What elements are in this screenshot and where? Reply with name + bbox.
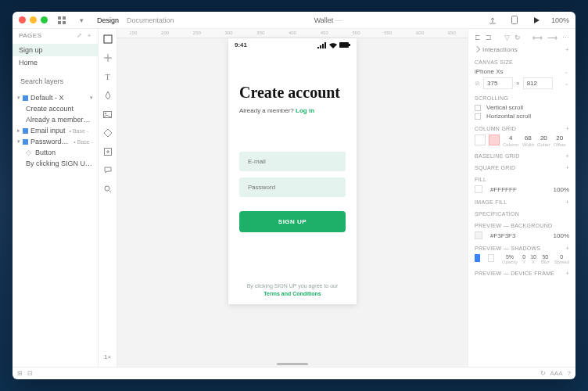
inspector: ⊏⊐ ▽↻ ⟷⟶⋯ Interactions+ CANVAS SIZE iPho… bbox=[468, 29, 575, 367]
grid-icon[interactable] bbox=[56, 15, 67, 26]
expand-icon[interactable]: ⤢ bbox=[77, 32, 83, 39]
main: PAGES ⤢ + Sign up Home ▾Default - X▾ Cre… bbox=[13, 29, 575, 367]
tool-comment[interactable] bbox=[102, 165, 113, 176]
maximize-dot[interactable] bbox=[41, 16, 48, 23]
preview-shadow-label: PREVIEW — SHADOWS+ bbox=[475, 246, 569, 251]
signup-button[interactable]: SIGN UP bbox=[239, 211, 346, 232]
layer-password-input[interactable]: ▾Password in...• Base - bbox=[13, 136, 98, 147]
footer-help-icon[interactable]: ? bbox=[568, 370, 571, 377]
tool-scale[interactable]: 1× bbox=[102, 351, 113, 362]
layer-button[interactable]: ◇Button bbox=[13, 147, 98, 158]
svg-rect-15 bbox=[349, 44, 350, 46]
tab-design[interactable]: Design bbox=[97, 16, 119, 24]
tab-documentation[interactable]: Documentation bbox=[127, 16, 174, 24]
phone-artboard[interactable]: 9:41 Create account Already a member? Lo… bbox=[228, 38, 357, 304]
shadow-toggle[interactable] bbox=[488, 254, 493, 262]
fill-hex[interactable]: #FFFFFF bbox=[490, 186, 517, 193]
preview-bg-hex[interactable]: #F3F3F3 bbox=[490, 232, 515, 239]
terms-link[interactable]: Terms and Conditions bbox=[264, 291, 321, 296]
canvas[interactable]: 150200250300350400450500550600650 9:41 C… bbox=[117, 29, 468, 367]
preview-bg-swatch[interactable] bbox=[475, 231, 482, 239]
interactions-header[interactable]: Interactions+ bbox=[475, 46, 569, 53]
layer-email-input[interactable]: ▸Email input• Base - bbox=[13, 125, 98, 136]
tool-search[interactable] bbox=[102, 184, 113, 195]
canvas-height[interactable] bbox=[523, 77, 553, 89]
minimize-dot[interactable] bbox=[30, 16, 37, 23]
footer-sync-icon[interactable]: ↻ bbox=[540, 370, 546, 377]
heading: Create account bbox=[239, 84, 346, 101]
layer-already-member[interactable]: Already a member? ... bbox=[13, 114, 98, 125]
flip-v-icon[interactable]: ⟶ bbox=[547, 34, 558, 41]
square-grid-label[interactable]: SQUARE GRID+ bbox=[475, 165, 569, 170]
baseline-grid-label[interactable]: BASELINE GRID+ bbox=[475, 153, 569, 159]
svg-rect-2 bbox=[58, 21, 61, 24]
ruler: 150200250300350400450500550600650 bbox=[117, 29, 468, 38]
left-sidebar: PAGES ⤢ + Sign up Home ▾Default - X▾ Cre… bbox=[13, 29, 99, 367]
email-field[interactable] bbox=[239, 152, 346, 171]
tool-add[interactable] bbox=[102, 146, 113, 157]
search-layers-input[interactable] bbox=[17, 75, 93, 88]
footer-icon-2[interactable]: ⊡ bbox=[27, 370, 33, 377]
layers-tree: ▾Default - X▾ Create account Already a m… bbox=[13, 92, 98, 169]
lock-icon[interactable]: ⊘ bbox=[475, 80, 480, 87]
preview-bg-opacity[interactable]: 100% bbox=[554, 232, 569, 239]
pages-list: Sign up Home bbox=[13, 42, 98, 70]
layer-default-x[interactable]: ▾Default - X▾ bbox=[13, 92, 98, 103]
preview-device-label[interactable]: PREVIEW — DEVICE FRAME+ bbox=[475, 271, 569, 276]
grid-toggle-icon[interactable] bbox=[475, 135, 486, 145]
shadow-swatch[interactable] bbox=[475, 254, 480, 262]
column-grid-label: COLUMN GRID+ bbox=[475, 126, 569, 131]
tool-move[interactable] bbox=[102, 52, 113, 63]
password-field[interactable] bbox=[239, 178, 346, 197]
tool-image[interactable] bbox=[102, 109, 113, 120]
align-left-icon[interactable]: ⊏ bbox=[475, 34, 481, 41]
image-fill-label[interactable]: IMAGE FILL+ bbox=[475, 199, 569, 205]
more-icon[interactable]: ⋯ bbox=[562, 34, 569, 41]
fill-swatch[interactable] bbox=[475, 185, 482, 193]
page-home[interactable]: Home bbox=[13, 56, 98, 69]
specification-label[interactable]: SPECIFICATION bbox=[475, 211, 569, 217]
wifi-icon bbox=[329, 42, 337, 48]
svg-rect-1 bbox=[63, 16, 66, 20]
footer: ⊞⊡ ↻AAA? bbox=[13, 367, 575, 379]
toolbar: T 1× bbox=[99, 29, 117, 367]
play-icon[interactable] bbox=[531, 15, 542, 26]
hscroll-checkbox[interactable] bbox=[475, 113, 481, 120]
tool-pen[interactable] bbox=[102, 90, 113, 101]
chevron-down-icon[interactable]: ▾ bbox=[76, 15, 87, 26]
grid-preview-icon[interactable] bbox=[489, 135, 500, 145]
layer-create-account[interactable]: Create account bbox=[13, 103, 98, 114]
layer-terms-text[interactable]: By clicking SIGN UP ... bbox=[13, 158, 98, 169]
flip-h-icon[interactable]: ⟷ bbox=[532, 34, 543, 41]
add-page-icon[interactable]: + bbox=[88, 32, 91, 39]
login-link[interactable]: Log in bbox=[296, 107, 314, 114]
footer-icon-1[interactable]: ⊞ bbox=[17, 370, 23, 377]
filter-icon[interactable]: ▽ bbox=[504, 34, 510, 41]
fill-opacity[interactable]: 100% bbox=[554, 186, 569, 193]
tool-text[interactable]: T bbox=[102, 71, 113, 82]
scroll-indicator bbox=[277, 363, 308, 365]
footer-aaa: AAA bbox=[550, 370, 563, 377]
zoom-level[interactable]: 100% bbox=[551, 16, 569, 24]
traffic-lights bbox=[19, 16, 48, 23]
svg-rect-13 bbox=[324, 42, 326, 48]
vscroll-checkbox[interactable] bbox=[475, 105, 481, 111]
app-window: ▾ Design Documentation Wallet — 100% PAG… bbox=[13, 12, 575, 379]
page-signup[interactable]: Sign up bbox=[13, 44, 98, 56]
svg-point-7 bbox=[105, 113, 106, 114]
svg-rect-12 bbox=[322, 44, 324, 48]
upload-icon[interactable] bbox=[487, 15, 498, 26]
svg-rect-5 bbox=[104, 35, 112, 43]
mode-tabs: Design Documentation bbox=[97, 16, 174, 24]
device-select[interactable]: iPhone Xs bbox=[475, 68, 503, 75]
canvas-width[interactable] bbox=[483, 77, 513, 89]
close-dot[interactable] bbox=[19, 16, 26, 23]
rotate-icon[interactable]: ↻ bbox=[514, 34, 521, 41]
align-center-icon[interactable]: ⊐ bbox=[486, 34, 492, 41]
tool-frame[interactable] bbox=[102, 34, 113, 45]
status-bar: 9:41 bbox=[228, 38, 357, 52]
phone-icon[interactable] bbox=[509, 15, 520, 26]
fill-label: FILL bbox=[475, 177, 569, 182]
inspector-toolbar: ⊏⊐ ▽↻ ⟷⟶⋯ bbox=[475, 32, 569, 46]
tool-component[interactable] bbox=[102, 127, 113, 138]
